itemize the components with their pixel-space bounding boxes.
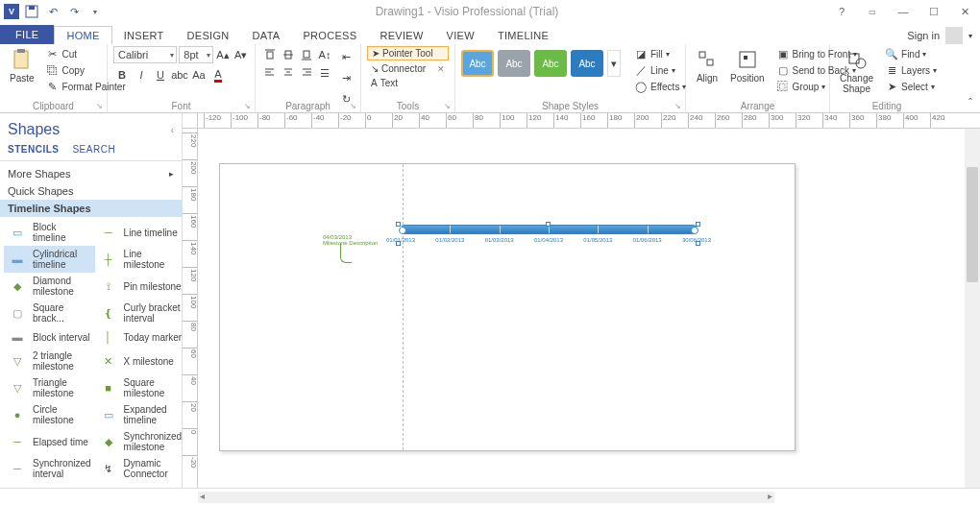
- signin-link[interactable]: Sign in: [907, 30, 940, 41]
- tab-view[interactable]: VIEW: [435, 27, 486, 44]
- paragraph-dialog-icon[interactable]: ↘: [350, 102, 356, 110]
- paste-button[interactable]: Paste: [6, 46, 38, 85]
- style-swatch-2[interactable]: Abc: [498, 50, 530, 77]
- font-size-combo[interactable]: 8pt: [179, 46, 212, 63]
- select-button[interactable]: ➤Select▾: [881, 79, 941, 94]
- search-tab[interactable]: SEARCH: [72, 144, 115, 155]
- selection-handle[interactable]: [396, 241, 401, 246]
- style-swatch-4[interactable]: Abc: [571, 50, 603, 77]
- tab-review[interactable]: REVIEW: [368, 27, 434, 44]
- font-color-icon[interactable]: A: [209, 66, 227, 84]
- minimize-icon[interactable]: —: [892, 2, 915, 21]
- stencils-tab[interactable]: STENCILS: [8, 144, 59, 155]
- selection-handle[interactable]: [696, 241, 700, 246]
- avatar-icon[interactable]: [945, 27, 963, 44]
- collapse-ribbon-icon[interactable]: ˆ: [968, 97, 972, 110]
- drawing-page[interactable]: [219, 163, 796, 451]
- align-middle-icon[interactable]: [280, 46, 297, 63]
- grow-font-icon[interactable]: A▴: [215, 46, 232, 63]
- shape-item[interactable]: │Today marker: [95, 326, 182, 348]
- shape-item[interactable]: ▬Cylindrical timeline: [4, 246, 95, 273]
- shape-item[interactable]: ■Square milestone: [95, 374, 182, 401]
- tools-dialog-icon[interactable]: ↘: [444, 102, 451, 110]
- style-swatch-3[interactable]: Abc: [534, 50, 567, 77]
- find-button[interactable]: 🔍Find▾: [881, 46, 941, 61]
- align-button[interactable]: Align: [692, 46, 723, 85]
- shape-item[interactable]: ▬Block interval: [4, 326, 95, 348]
- align-left-icon[interactable]: [261, 64, 279, 82]
- shape-styles-dialog-icon[interactable]: ↘: [674, 102, 681, 110]
- help-icon[interactable]: ?: [830, 2, 853, 21]
- shape-item[interactable]: ⟟Pin milestone: [95, 273, 182, 300]
- line-button[interactable]: ／Line▾: [630, 62, 690, 78]
- indent-dec-icon[interactable]: ⇤: [337, 48, 355, 65]
- fill-button[interactable]: ◪Fill▾: [630, 46, 690, 61]
- font-name-combo[interactable]: Calibri: [113, 46, 177, 63]
- shape-item[interactable]: ▭Block timeline: [4, 219, 95, 246]
- shapes-collapse-icon[interactable]: ‹: [171, 125, 174, 135]
- shape-item[interactable]: ↯Dynamic Connector: [95, 455, 182, 482]
- shape-item[interactable]: ❴Curly bracket interval: [95, 300, 182, 326]
- align-top-icon[interactable]: [261, 46, 279, 63]
- italic-icon[interactable]: I: [133, 66, 150, 84]
- selection-handle[interactable]: [696, 222, 700, 227]
- restore-icon[interactable]: ☐: [922, 2, 945, 21]
- tab-process[interactable]: PROCESS: [291, 27, 368, 44]
- undo-icon[interactable]: ↶: [44, 3, 61, 20]
- shape-item[interactable]: ◆Synchronized milestone: [95, 428, 182, 455]
- orientation-icon[interactable]: A↕: [316, 46, 333, 63]
- style-gallery-more-icon[interactable]: ▾: [607, 50, 621, 77]
- tab-timeline[interactable]: TIMELINE: [486, 27, 560, 44]
- drawing-canvas[interactable]: 04/03/2013 Milestone Description 01/01/2…: [198, 129, 980, 488]
- font-dialog-icon[interactable]: ↘: [244, 102, 251, 110]
- align-center-icon[interactable]: [280, 64, 297, 82]
- pointer-tool-button[interactable]: ➤Pointer Tool: [367, 46, 449, 60]
- shape-item[interactable]: ▽2 triangle milestone: [4, 348, 95, 374]
- account-menu-icon[interactable]: ▾: [968, 32, 972, 40]
- shape-item[interactable]: ─Elapsed time: [4, 428, 95, 455]
- tab-data[interactable]: DATA: [241, 27, 292, 44]
- qat-more-icon[interactable]: ▾: [86, 3, 104, 20]
- quick-shapes-link[interactable]: Quick Shapes: [0, 182, 182, 200]
- layers-button[interactable]: ≣Layers▾: [881, 62, 941, 78]
- shape-item[interactable]: ▽Triangle milestone: [4, 374, 95, 401]
- ribbon-options-icon[interactable]: ▭: [861, 2, 884, 21]
- strike-icon[interactable]: abc: [171, 66, 188, 84]
- vertical-scrollbar[interactable]: [965, 129, 980, 488]
- tab-file[interactable]: FILE: [0, 25, 54, 44]
- scroll-thumb[interactable]: [967, 167, 978, 282]
- shape-item[interactable]: ▢Square brack...: [4, 300, 95, 326]
- close-icon[interactable]: ✕: [953, 2, 976, 21]
- horizontal-scrollbar[interactable]: [198, 492, 774, 503]
- tab-design[interactable]: DESIGN: [176, 27, 241, 44]
- selection-handle[interactable]: [546, 222, 551, 227]
- shape-item[interactable]: ▭Expanded timeline: [95, 401, 182, 428]
- more-shapes-link[interactable]: More Shapes▸: [0, 165, 182, 182]
- indent-inc-icon[interactable]: ⇥: [337, 69, 355, 86]
- bullets-icon[interactable]: ☰: [316, 64, 333, 82]
- tab-home[interactable]: HOME: [54, 26, 111, 44]
- shape-item[interactable]: ●Circle milestone: [4, 401, 95, 428]
- effects-button[interactable]: ◯Effects▾: [630, 79, 690, 94]
- case-icon[interactable]: Aa: [190, 66, 208, 84]
- selection-handle[interactable]: [396, 222, 401, 227]
- timeline-shapes-stencil[interactable]: Timeline Shapes: [0, 200, 182, 217]
- save-icon[interactable]: [23, 3, 40, 20]
- connector-tool-button[interactable]: ↘Connector✕: [367, 62, 449, 75]
- align-bottom-icon[interactable]: [298, 46, 315, 63]
- shape-item[interactable]: ✕X milestone: [95, 348, 182, 374]
- bold-icon[interactable]: B: [113, 66, 131, 84]
- text-tool-button[interactable]: AText: [367, 77, 449, 89]
- tab-insert[interactable]: INSERT: [112, 27, 176, 44]
- change-shape-button[interactable]: Change Shape: [836, 46, 877, 96]
- align-right-icon[interactable]: [298, 64, 315, 82]
- underline-icon[interactable]: U: [152, 66, 169, 84]
- clipboard-dialog-icon[interactable]: ↘: [96, 102, 103, 110]
- style-swatch-1[interactable]: Abc: [461, 50, 494, 77]
- shape-item[interactable]: ─Synchronized interval: [4, 455, 95, 482]
- shape-item[interactable]: ┼Line milestone: [95, 246, 182, 273]
- position-button[interactable]: Position: [726, 46, 769, 85]
- shrink-font-icon[interactable]: A▾: [233, 46, 249, 63]
- redo-icon[interactable]: ↷: [65, 3, 83, 20]
- shape-item[interactable]: ─Line timeline: [95, 219, 182, 246]
